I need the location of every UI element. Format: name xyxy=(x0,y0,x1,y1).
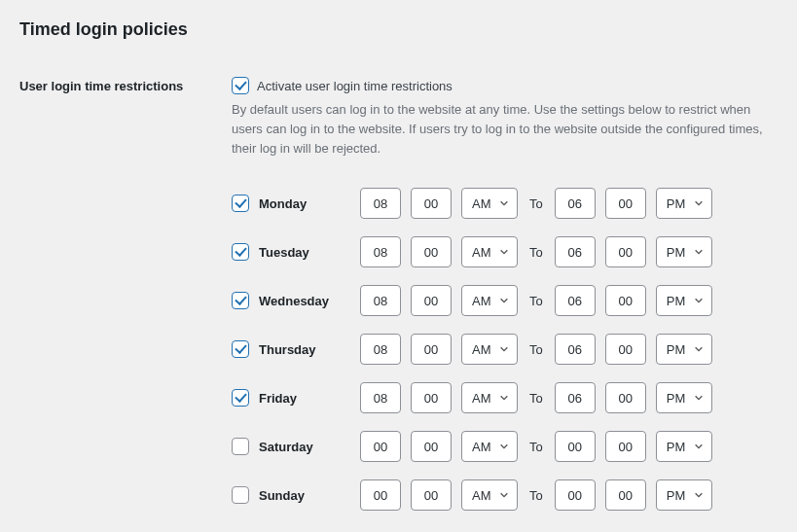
to-hour-input[interactable] xyxy=(555,188,596,219)
to-hour-input[interactable] xyxy=(555,236,596,267)
chevron-down-icon xyxy=(499,442,509,451)
chevron-down-icon xyxy=(694,198,704,208)
day-row-saturday: Saturday AM To PM xyxy=(232,431,778,462)
from-ampm-select[interactable]: AM xyxy=(461,188,518,219)
to-minute-input[interactable] xyxy=(605,479,646,511)
from-ampm-select[interactable]: AM xyxy=(461,431,518,462)
to-minute-input[interactable] xyxy=(605,431,646,462)
to-minute-input[interactable] xyxy=(605,285,646,316)
chevron-down-icon xyxy=(694,393,704,403)
day-row-friday: Friday AM To PM xyxy=(232,382,778,413)
from-hour-input[interactable] xyxy=(360,334,401,365)
day-name-label: Friday xyxy=(259,391,297,406)
to-ampm-select[interactable]: PM xyxy=(656,188,712,219)
from-ampm-select[interactable]: AM xyxy=(461,334,518,365)
day-enabled-checkbox[interactable] xyxy=(232,438,249,455)
day-name-label: Tuesday xyxy=(259,245,309,260)
from-hour-input[interactable] xyxy=(360,188,401,219)
day-name-label: Thursday xyxy=(259,342,316,357)
day-enabled-checkbox[interactable] xyxy=(232,195,249,212)
to-minute-input[interactable] xyxy=(605,236,646,267)
to-ampm-select[interactable]: PM xyxy=(656,382,712,413)
to-label: To xyxy=(527,196,545,211)
from-minute-input[interactable] xyxy=(411,188,452,219)
to-hour-input[interactable] xyxy=(555,431,596,462)
to-ampm-select[interactable]: PM xyxy=(656,431,712,462)
section-label: User login time restrictions xyxy=(19,77,232,528)
to-label: To xyxy=(527,440,545,454)
day-row-tuesday: Tuesday AM To PM xyxy=(232,236,778,267)
chevron-down-icon xyxy=(499,198,509,208)
day-name-label: Sunday xyxy=(259,488,305,503)
chevron-down-icon xyxy=(694,490,704,500)
to-minute-input[interactable] xyxy=(605,334,646,365)
to-label: To xyxy=(527,245,545,260)
from-minute-input[interactable] xyxy=(411,431,452,462)
from-minute-input[interactable] xyxy=(411,479,452,511)
from-hour-input[interactable] xyxy=(360,285,401,316)
chevron-down-icon xyxy=(694,247,704,257)
to-minute-input[interactable] xyxy=(605,188,646,219)
from-ampm-select[interactable]: AM xyxy=(461,285,518,316)
from-hour-input[interactable] xyxy=(360,479,401,511)
activate-restrictions-label: Activate user login time restrictions xyxy=(257,79,453,93)
to-label: To xyxy=(527,294,545,308)
day-enabled-checkbox[interactable] xyxy=(232,292,249,309)
day-enabled-checkbox[interactable] xyxy=(232,340,249,358)
day-name-label: Wednesday xyxy=(259,294,329,308)
day-enabled-checkbox[interactable] xyxy=(232,389,249,407)
from-hour-input[interactable] xyxy=(360,382,401,413)
from-minute-input[interactable] xyxy=(411,334,452,365)
chevron-down-icon xyxy=(499,296,509,305)
to-ampm-select[interactable]: PM xyxy=(656,285,712,316)
page-title: Timed login policies xyxy=(19,19,778,40)
day-enabled-checkbox[interactable] xyxy=(232,243,249,261)
day-row-wednesday: Wednesday AM To PM xyxy=(232,285,778,316)
to-label: To xyxy=(527,342,545,357)
restrictions-description: By default users can log in to the websi… xyxy=(232,100,777,159)
to-minute-input[interactable] xyxy=(605,382,646,413)
to-hour-input[interactable] xyxy=(555,334,596,365)
from-ampm-select[interactable]: AM xyxy=(461,479,518,511)
from-hour-input[interactable] xyxy=(360,236,401,267)
to-hour-input[interactable] xyxy=(555,479,596,511)
from-minute-input[interactable] xyxy=(411,236,452,267)
to-label: To xyxy=(527,391,545,406)
to-hour-input[interactable] xyxy=(555,382,596,413)
from-hour-input[interactable] xyxy=(360,431,401,462)
day-row-monday: Monday AM To PM xyxy=(232,188,778,219)
from-minute-input[interactable] xyxy=(411,382,452,413)
day-enabled-checkbox[interactable] xyxy=(232,486,249,504)
chevron-down-icon xyxy=(694,296,704,305)
to-ampm-select[interactable]: PM xyxy=(656,236,712,267)
chevron-down-icon xyxy=(499,490,509,500)
to-ampm-select[interactable]: PM xyxy=(656,334,712,365)
to-hour-input[interactable] xyxy=(555,285,596,316)
activate-restrictions-checkbox[interactable] xyxy=(232,77,249,94)
from-minute-input[interactable] xyxy=(411,285,452,316)
to-ampm-select[interactable]: PM xyxy=(656,479,712,511)
chevron-down-icon xyxy=(499,344,509,354)
from-ampm-select[interactable]: AM xyxy=(461,382,518,413)
day-row-thursday: Thursday AM To PM xyxy=(232,334,778,365)
chevron-down-icon xyxy=(694,344,704,354)
to-label: To xyxy=(527,488,545,503)
chevron-down-icon xyxy=(694,442,704,451)
chevron-down-icon xyxy=(499,393,509,403)
chevron-down-icon xyxy=(499,247,509,257)
from-ampm-select[interactable]: AM xyxy=(461,236,518,267)
day-name-label: Monday xyxy=(259,196,307,211)
day-row-sunday: Sunday AM To PM xyxy=(232,479,778,511)
day-name-label: Saturday xyxy=(259,440,313,454)
